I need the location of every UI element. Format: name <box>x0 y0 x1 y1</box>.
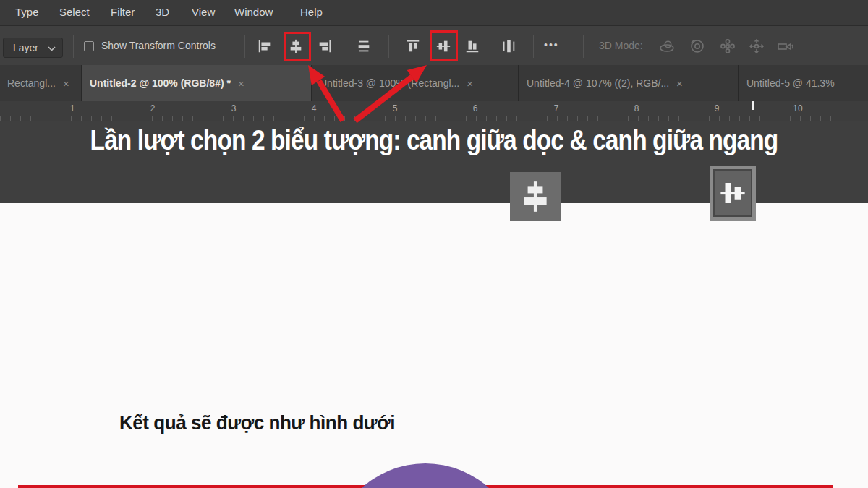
distribute-vertical-centers-icon[interactable] <box>354 37 373 56</box>
divider <box>244 35 245 58</box>
divider <box>388 35 389 58</box>
ruler-number: 7 <box>554 103 559 114</box>
menu-view[interactable]: View <box>192 6 215 18</box>
menu-filter[interactable]: Filter <box>111 6 135 18</box>
3d-camera-icon[interactable] <box>775 36 796 56</box>
3d-pan-icon[interactable] <box>718 36 738 56</box>
ruler-number: 2 <box>150 103 156 114</box>
close-icon[interactable]: × <box>676 77 683 90</box>
show-transform-controls-checkbox[interactable] <box>84 41 94 51</box>
3d-roll-icon[interactable] <box>687 36 707 56</box>
3d-mode-label: 3D Mode: <box>599 40 643 51</box>
3d-slide-icon[interactable] <box>746 36 767 56</box>
menu-window[interactable]: Window <box>234 6 273 18</box>
ruler-number: 4 <box>312 103 317 114</box>
tab-rectangle[interactable]: Rectangl... × <box>0 65 81 101</box>
align-bottom-edges-icon[interactable] <box>463 37 482 56</box>
close-icon[interactable]: × <box>63 77 69 90</box>
ruler-number: 9 <box>715 103 720 114</box>
annotation-headline: Lần lượt chọn 2 biểu tượng: canh giữa dọ… <box>90 125 778 156</box>
ruler-number: 5 <box>393 103 398 114</box>
ruler-number: 8 <box>634 103 639 114</box>
distribute-horizontal-centers-icon[interactable] <box>499 37 518 56</box>
tab-untitled-2[interactable]: Untitled-2 @ 100% (RGB/8#) * × <box>82 65 311 101</box>
align-left-edges-icon[interactable] <box>255 37 274 56</box>
more-options-icon[interactable]: ••• <box>544 39 559 51</box>
enlarged-align-vertical-centers-icon <box>710 166 756 221</box>
chevron-down-icon <box>48 46 56 51</box>
tab-untitled-5[interactable]: Untitled-5 @ 41.3% <box>739 65 868 101</box>
divider <box>583 35 584 58</box>
close-icon[interactable]: × <box>467 77 473 90</box>
align-right-edges-icon[interactable] <box>315 37 334 56</box>
tab-untitled-4[interactable]: Untitled-4 @ 107% ((2), RGB/... × <box>519 65 738 101</box>
align-top-edges-icon[interactable] <box>404 37 422 56</box>
result-caption: Kết quả sẽ được như hình dưới <box>119 411 395 435</box>
tab-untitled-3[interactable]: Untitled-3 @ 100% (Rectangl... × <box>312 65 518 101</box>
document-canvas: Kết quả sẽ được như hình dưới <box>0 203 868 488</box>
highlight-box-horizontal-centers <box>284 32 311 61</box>
divider <box>533 35 534 58</box>
menu-bar: Type Select Filter 3D View Window Help <box>0 0 868 25</box>
alignment-target-select[interactable]: Layer <box>3 38 63 58</box>
ruler-number: 1 <box>70 103 75 114</box>
close-icon[interactable]: × <box>238 77 244 90</box>
ruler-cursor-marker <box>752 101 754 110</box>
enlarged-align-horizontal-centers-icon <box>510 172 561 221</box>
highlight-box-vertical-centers <box>430 30 458 61</box>
show-transform-controls-label: Show Transform Controls <box>101 40 216 51</box>
menu-select[interactable]: Select <box>59 6 90 18</box>
ruler-number: 6 <box>473 103 478 114</box>
enlarged-icon-frame <box>713 169 752 217</box>
purple-circle-shape <box>331 463 520 488</box>
document-tab-bar: Rectangl... × Untitled-2 @ 100% (RGB/8#)… <box>0 65 868 101</box>
ruler-number: 10 <box>793 103 802 114</box>
horizontal-ruler: 1 2 3 4 5 6 7 8 9 10 <box>0 101 868 121</box>
3d-orbit-icon[interactable] <box>657 36 677 56</box>
menu-type[interactable]: Type <box>15 6 39 18</box>
alignment-target-value: Layer <box>13 42 38 53</box>
ruler-ticks <box>0 116 868 121</box>
photoshop-window: Type Select Filter 3D View Window Help L… <box>0 0 868 488</box>
menu-help[interactable]: Help <box>300 6 323 18</box>
divider <box>73 35 74 58</box>
ruler-number: 3 <box>231 103 237 114</box>
menu-3d[interactable]: 3D <box>156 6 169 18</box>
